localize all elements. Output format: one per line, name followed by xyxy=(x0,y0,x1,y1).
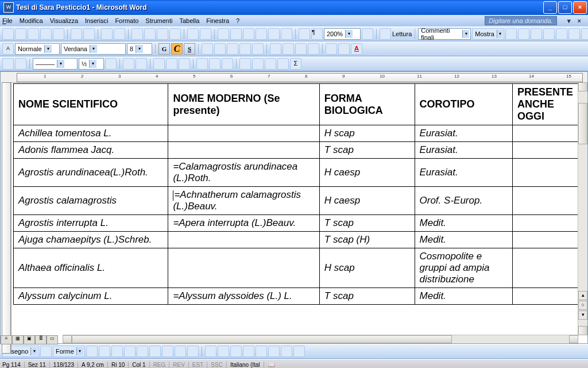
dash-style-button[interactable] xyxy=(256,346,267,357)
arrow-style-button[interactable] xyxy=(268,346,280,357)
help-button[interactable] xyxy=(362,28,373,40)
oval-button[interactable] xyxy=(124,346,136,357)
justify-button[interactable] xyxy=(239,43,251,55)
align-left-button[interactable] xyxy=(202,43,213,55)
highlight-button[interactable] xyxy=(338,43,350,55)
show-all-button[interactable]: ¶ xyxy=(311,28,323,40)
font-color2-button[interactable] xyxy=(230,346,242,357)
email-button[interactable] xyxy=(53,28,64,40)
hyperlink-button[interactable] xyxy=(218,28,229,40)
draw-table-button[interactable] xyxy=(2,58,14,70)
reading-layout-label[interactable]: Lettura xyxy=(392,30,412,37)
line-button[interactable] xyxy=(86,346,98,357)
status-rec[interactable]: REG xyxy=(153,362,170,368)
excel-button[interactable] xyxy=(256,28,267,40)
save-button[interactable] xyxy=(28,28,39,40)
cut-button[interactable] xyxy=(131,28,143,40)
select-objects-button[interactable] xyxy=(40,346,52,357)
normal-view-button[interactable]: ≡ xyxy=(1,335,12,344)
insert-picture-button[interactable] xyxy=(187,346,199,357)
menu-strumenti[interactable]: Strumenti xyxy=(145,17,172,24)
print-preview-button[interactable] xyxy=(83,28,95,40)
italic-button[interactable]: C xyxy=(171,43,183,55)
columns-button[interactable] xyxy=(268,28,280,40)
status-ovr[interactable]: SSC xyxy=(211,362,227,368)
distribute-rows-button[interactable] xyxy=(209,58,220,70)
zoom-combo[interactable]: 200%▾ xyxy=(324,28,361,40)
hscroll-thumb[interactable] xyxy=(72,335,452,343)
underline-button[interactable]: S xyxy=(184,43,195,55)
menu-chevron[interactable]: ▾ xyxy=(567,17,571,25)
textbox-button[interactable] xyxy=(137,346,148,357)
arrow-button[interactable] xyxy=(99,346,110,357)
web-view-button[interactable]: ▦ xyxy=(12,335,24,344)
bold-button[interactable]: G xyxy=(158,43,170,55)
ask-question-box[interactable]: Digitare una domanda. xyxy=(485,16,556,25)
outside-border-button[interactable] xyxy=(123,58,134,70)
reject-change-button[interactable] xyxy=(543,28,555,40)
border-color-button[interactable] xyxy=(105,58,117,70)
track-changes-button[interactable] xyxy=(568,28,580,40)
show-combo[interactable]: Mostra▾ xyxy=(472,28,504,40)
eraser-button[interactable] xyxy=(15,58,26,70)
permissions-button[interactable] xyxy=(40,28,52,40)
font-size-combo[interactable]: 8▾ xyxy=(127,43,152,55)
table-autoformat-button[interactable] xyxy=(239,58,251,70)
spellcheck-button[interactable] xyxy=(101,28,113,40)
menu-inserisci[interactable]: Inserisci xyxy=(85,17,108,24)
autoshapes-menu[interactable]: Forme▾ xyxy=(53,346,85,357)
insert-table-button[interactable] xyxy=(243,28,254,40)
document-canvas[interactable]: NOME SCIENTIFICO NOME MODERNO (Se presen… xyxy=(13,83,578,334)
select-browse-object-button[interactable]: ○ xyxy=(578,301,587,310)
format-painter-button[interactable] xyxy=(169,28,181,40)
shadow-button[interactable] xyxy=(281,346,292,357)
3d-button[interactable] xyxy=(293,346,305,357)
menu-formato[interactable]: Formato xyxy=(115,17,138,24)
open-button[interactable] xyxy=(15,28,26,40)
merge-cells-button[interactable] xyxy=(166,58,177,70)
sort-asc-button[interactable] xyxy=(265,58,276,70)
line-style2-button[interactable] xyxy=(243,346,254,357)
font-color-button[interactable]: A xyxy=(351,43,362,55)
menu-tabella[interactable]: Tabella xyxy=(179,17,199,24)
insert-table2-button[interactable] xyxy=(153,58,165,70)
numbering-button[interactable] xyxy=(270,43,281,55)
line-spacing-button[interactable] xyxy=(252,43,264,55)
fill-color-button[interactable] xyxy=(205,346,216,357)
paste-button[interactable] xyxy=(157,28,168,40)
split-cells-button[interactable] xyxy=(179,58,190,70)
status-ext[interactable]: EST xyxy=(192,362,207,368)
status-spell-icon[interactable]: 📖 xyxy=(268,362,278,368)
align-right-button[interactable] xyxy=(227,43,238,55)
copy-button[interactable] xyxy=(144,28,156,40)
accept-change-button[interactable] xyxy=(531,28,542,40)
borders-button[interactable] xyxy=(326,43,337,55)
outline-view-button[interactable]: ≣ xyxy=(35,335,47,344)
menu-modifica[interactable]: Modifica xyxy=(20,17,43,24)
menu-file[interactable]: FFileile xyxy=(2,17,13,24)
doc-map-button[interactable] xyxy=(299,28,310,40)
sort-desc-button[interactable] xyxy=(277,58,289,70)
increase-indent-button[interactable] xyxy=(308,43,319,55)
status-language[interactable]: Italiano (Ital xyxy=(230,362,264,368)
research-button[interactable] xyxy=(114,28,125,40)
diagram-button[interactable] xyxy=(162,346,173,357)
menu-help[interactable]: ? xyxy=(236,17,239,24)
reading-layout-icon[interactable] xyxy=(380,28,391,40)
new-doc-button[interactable] xyxy=(2,28,14,40)
align-top-button[interactable] xyxy=(196,58,208,70)
review-pane-button[interactable] xyxy=(581,28,588,40)
distribute-cols-button[interactable] xyxy=(222,58,233,70)
font-combo[interactable]: Verdana▾ xyxy=(61,43,126,55)
close-button[interactable]: × xyxy=(573,1,587,14)
scroll-thumb[interactable] xyxy=(578,103,587,144)
next-page-button[interactable]: ▾ xyxy=(578,310,587,320)
menu-visualizza[interactable]: Visualizza xyxy=(50,17,78,24)
line-weight-combo[interactable]: ½▾ xyxy=(79,58,104,70)
line-color-button[interactable] xyxy=(218,346,229,357)
wordart-button[interactable] xyxy=(149,346,161,357)
print-layout-button[interactable]: ▣ xyxy=(24,335,35,344)
style-combo[interactable]: Normale▾ xyxy=(15,43,60,55)
scroll-left-button[interactable] xyxy=(63,335,72,343)
bullets-button[interactable] xyxy=(283,43,294,55)
